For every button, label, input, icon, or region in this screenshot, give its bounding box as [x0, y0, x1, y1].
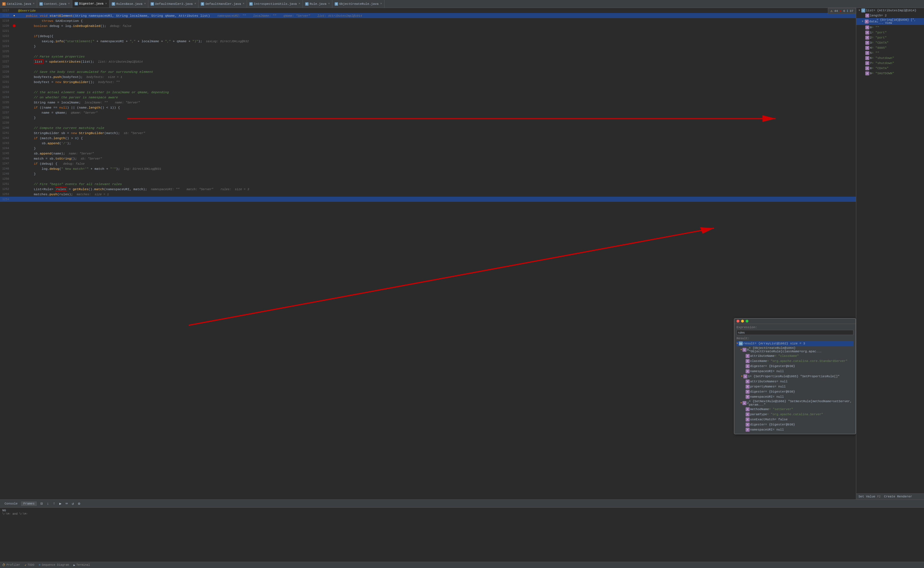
tab-digester[interactable]: C Digester.java × — [72, 0, 109, 8]
reset-button[interactable]: ↺ — [70, 501, 76, 506]
result-name-item1: 1 — [748, 375, 750, 378]
step-out-button[interactable]: ↑ — [52, 501, 57, 506]
line-num-1247: 1247 — [0, 162, 11, 165]
popup-minimize-dot[interactable] — [741, 320, 744, 323]
tab-close-context[interactable]: × — [68, 2, 70, 5]
tab-rule[interactable]: C Rule.java × — [303, 0, 332, 8]
svg-line-3 — [189, 228, 714, 325]
tab-rulesbase[interactable]: C RulesBase.java × — [109, 0, 148, 8]
var-row-d6[interactable]: f 6 = "shutdown" — [856, 56, 924, 60]
tab-icon-rulesbase: C — [112, 2, 115, 6]
line-content-1244: } — [17, 147, 856, 150]
var-name-d4: 4 — [870, 46, 872, 50]
var-row-d8[interactable]: f 8 = "CDATA" — [856, 66, 924, 71]
result-row-useExact: f useExactMatch = false — [736, 417, 853, 422]
tab-context[interactable]: C Context.java × — [37, 0, 72, 8]
tab-close-rulesbase[interactable]: × — [144, 2, 146, 5]
result-row-item1[interactable]: ▼ v 1 = {SetPropertiesRule@1065} "SetPro… — [736, 374, 853, 379]
var-row-d0[interactable]: f 0 = "" — [856, 25, 924, 30]
tab-close-dh2[interactable]: × — [194, 2, 196, 5]
tab-console[interactable]: Console — [2, 502, 20, 506]
gutter-1220 — [11, 24, 17, 27]
result-row-item2[interactable]: ▼ v 2 = {SetNextRule@1066} "SetNextRule[… — [736, 399, 853, 407]
tab-frames[interactable]: Frames — [21, 502, 37, 506]
terminal-status[interactable]: ▶ Terminal — [73, 563, 90, 567]
tab-introspection[interactable]: C IntrospectionUtils.java × — [247, 0, 303, 8]
var-row-d5[interactable]: f 5 = "" — [856, 50, 924, 56]
sequence-diagram-status[interactable]: ≡ Sequence Diagram — [39, 563, 69, 566]
result-val-paramType: = "org.apache.catalina.Server" — [767, 413, 823, 416]
var-row-d1[interactable]: f 1 = "port" — [856, 30, 924, 35]
profiler-status[interactable]: ⏱ Profiler — [2, 563, 20, 567]
tab-close-dh[interactable]: × — [243, 2, 244, 5]
var-row-d9[interactable]: f 9 = "SHUTDOWN" — [856, 71, 924, 76]
tab-defaulthandler[interactable]: C DefaultHandler.java × — [198, 0, 247, 8]
line-num-1241: 1241 — [0, 131, 11, 134]
tab-close-introspection[interactable]: × — [298, 2, 300, 5]
result-name-useExact: useExactMatch — [750, 418, 774, 421]
var-row-d4[interactable]: f 4 = "8005" — [856, 45, 924, 50]
line-num-1238: 1238 — [0, 116, 11, 119]
result-icon-propNames: f — [745, 385, 750, 388]
code-line-1224: 1224 } — [0, 44, 856, 49]
var-row-data[interactable]: ▼ f data = {String[10]@1036} [", "... Vi… — [856, 18, 924, 25]
popup-expand-dot[interactable] — [745, 320, 748, 323]
line-content-1234: // on whether the parser is namespace aw… — [17, 95, 856, 99]
code-line-1239: 1239 — [0, 120, 856, 125]
result-val-digester2: = {Digester@930} — [765, 423, 795, 426]
result-row-paramType: f paramType = "org.apache.catalina.Serve… — [736, 412, 853, 417]
tab-icon-digester: C — [74, 2, 78, 5]
expand-icon-data: ▼ — [861, 20, 865, 24]
code-line-1249: 1249 } — [0, 171, 856, 176]
code-line-1240: 1240 // Compute the current matching rul… — [0, 125, 856, 130]
tab-close-digester[interactable]: × — [105, 2, 107, 5]
popup-close-dot[interactable] — [736, 320, 739, 323]
line-content-1242: if (match.length() > 0) { — [17, 136, 856, 140]
line-content-1247: if (debug) { debug: false — [17, 162, 856, 166]
step-into-button[interactable]: ↓ — [45, 501, 50, 506]
breakpoint-1220[interactable] — [13, 24, 15, 27]
result-row-item0[interactable]: ▼ v 0 = {ObjectCreateRule@1064} "ObjectC… — [736, 346, 853, 353]
toolbar-icons: ⊡ ↓ ↑ ▶ ⌨ ↺ ⚙ — [39, 501, 82, 506]
tab-close-ocr[interactable]: × — [380, 2, 382, 5]
todo-status[interactable]: ✓ TODO — [25, 563, 34, 567]
code-line-1218: 1218 ● public void startElement(String n… — [0, 13, 856, 18]
line-num-1224: 1224 — [0, 45, 11, 48]
result-val-methodName: = "setServer" — [769, 408, 793, 411]
var-row-d3[interactable]: f 3 = "CDATA" — [856, 40, 924, 45]
code-view[interactable]: 1217 @Override 1218 ● public void startE… — [0, 8, 856, 499]
tab-defaulthandler2[interactable]: C DefaultHandler2.java × — [148, 0, 198, 8]
tab-catalina[interactable]: C Catalina.java × — [0, 0, 37, 8]
var-row-d2[interactable]: f 2 = "port" — [856, 35, 924, 40]
tab-close-rule[interactable]: × — [328, 2, 330, 5]
result-name-methodName: methodName — [750, 408, 769, 411]
result-row-methodName: f methodName = "setServer" — [736, 407, 853, 412]
code-line-1230: 1230 bodyTexts.push(bodyText); bodyTexts… — [0, 74, 856, 79]
step-over-button[interactable]: ⊡ — [39, 501, 44, 506]
var-val-d5: = "" — [872, 51, 879, 55]
create-renderer-button[interactable]: Create Renderer — [884, 495, 912, 498]
line-num-1220: 1220 — [0, 24, 11, 27]
line-num-1245: 1245 — [0, 152, 11, 155]
run-to-cursor-button[interactable]: ▶ — [58, 501, 63, 506]
evaluate-button[interactable]: ⌨ — [64, 501, 69, 506]
expression-input[interactable] — [736, 330, 853, 335]
tab-close-catalina[interactable]: × — [33, 2, 35, 5]
result-row-0[interactable]: ▼ oo result = {ArrayList@1062} size = 3 — [736, 341, 853, 346]
var-row-list[interactable]: ▼ v list = {AttributesImpl@1014} — [856, 8, 924, 13]
var-row-d7[interactable]: f 7 = "shutdown" — [856, 60, 924, 66]
result-row-attributeName: f attributeName = "className" — [736, 353, 853, 358]
set-value-button[interactable]: Set Value F2 — [859, 495, 881, 498]
settings-button[interactable]: ⚙ — [77, 501, 82, 506]
code-line-1246: 1246 match = sb.toString(); sb: "Server" — [0, 156, 856, 161]
line-num-1230: 1230 — [0, 76, 11, 79]
tab-objectcreaterule[interactable]: C ObjectCreateRule.java × — [332, 0, 385, 8]
var-name-d2: 2 — [870, 36, 872, 39]
expand-icon-list: ▼ — [857, 9, 861, 12]
var-row-length[interactable]: f length = 2 — [856, 13, 924, 18]
main-area: ⚠ 44 ● 6 ℹ 37 — [0, 8, 924, 499]
code-line-1253: 1253 matches.push(rules); matches: size … — [0, 192, 856, 197]
line-content-1241: StringBuilder sb = new StringBuilder(mat… — [17, 131, 856, 135]
code-line-1229: 1229 // Save the body text accumulated f… — [0, 69, 856, 74]
result-icon-0: oo — [739, 341, 743, 346]
